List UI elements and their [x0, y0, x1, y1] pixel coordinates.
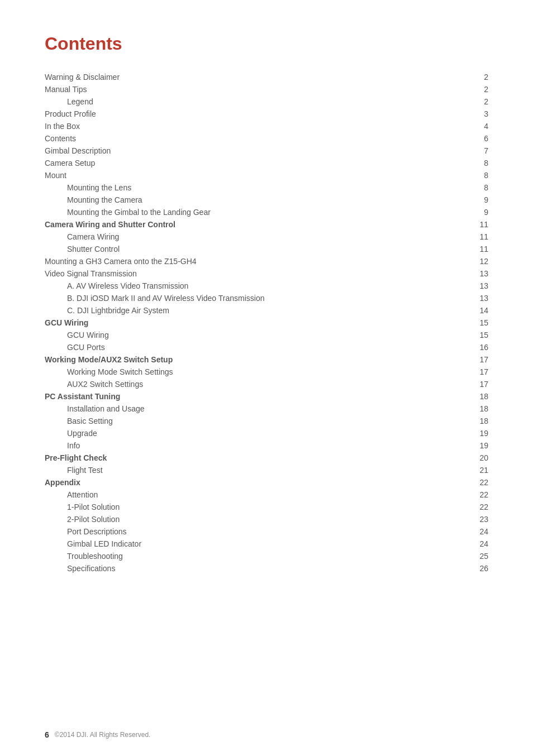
toc-item-page: 11 [466, 218, 488, 231]
toc-item-page: 17 [466, 366, 488, 378]
toc-item-label[interactable]: Manual Tips [45, 83, 466, 95]
toc-item-label[interactable]: Mounting the Lens [45, 181, 466, 194]
toc-row: Camera Wiring and Shutter Control11 [45, 218, 488, 231]
toc-item-label[interactable]: Shutter Control [45, 243, 466, 255]
toc-item-label[interactable]: Gimbal LED Indicator [45, 538, 466, 550]
toc-item-label[interactable]: A. AV Wireless Video Transmission [45, 280, 466, 292]
page-title: Contents [45, 34, 488, 54]
toc-item-page: 6 [466, 132, 488, 145]
toc-row: Mounting the Camera9 [45, 194, 488, 206]
toc-item-label[interactable]: Specifications [45, 562, 466, 575]
toc-item-label[interactable]: Gimbal Description [45, 145, 466, 157]
toc-item-page: 16 [466, 341, 488, 353]
toc-item-page: 2 [466, 83, 488, 95]
toc-item-label[interactable]: Mounting the Camera [45, 194, 466, 206]
toc-row: Troubleshooting25 [45, 550, 488, 562]
toc-item-label[interactable]: Working Mode/AUX2 Switch Setup [45, 353, 466, 366]
toc-item-page: 9 [466, 194, 488, 206]
toc-item-page: 20 [466, 452, 488, 464]
toc-item-label[interactable]: Product Profile [45, 108, 466, 120]
toc-row: Video Signal Transmission13 [45, 267, 488, 280]
toc-item-label[interactable]: Camera Setup [45, 157, 466, 169]
toc-row: B. DJI iOSD Mark II and AV Wireless Vide… [45, 292, 488, 304]
toc-item-label[interactable]: Video Signal Transmission [45, 267, 466, 280]
toc-row: Mounting a GH3 Camera onto the Z15-GH412 [45, 255, 488, 267]
toc-row: A. AV Wireless Video Transmission13 [45, 280, 488, 292]
toc-item-label[interactable]: 2-Pilot Solution [45, 513, 466, 525]
toc-item-label[interactable]: Pre-Flight Check [45, 452, 466, 464]
toc-row: Installation and Usage18 [45, 403, 488, 415]
toc-item-label[interactable]: Attention [45, 489, 466, 501]
toc-item-page: 19 [466, 427, 488, 439]
toc-item-label[interactable]: GCU Ports [45, 341, 466, 353]
toc-item-label[interactable]: Installation and Usage [45, 403, 466, 415]
toc-row: 2-Pilot Solution23 [45, 513, 488, 525]
toc-row: Camera Setup8 [45, 157, 488, 169]
toc-row: Gimbal Description7 [45, 145, 488, 157]
toc-item-page: 13 [466, 280, 488, 292]
toc-table: Warning & Disclaimer2Manual Tips2Legend2… [45, 71, 488, 575]
toc-item-page: 17 [466, 353, 488, 366]
toc-row: Gimbal LED Indicator24 [45, 538, 488, 550]
toc-row: Camera Wiring11 [45, 231, 488, 243]
toc-item-page: 11 [466, 243, 488, 255]
toc-item-label[interactable]: Contents [45, 132, 466, 145]
toc-item-page: 18 [466, 390, 488, 403]
toc-row: Contents6 [45, 132, 488, 145]
toc-item-label[interactable]: Camera Wiring and Shutter Control [45, 218, 466, 231]
toc-item-page: 9 [466, 206, 488, 218]
toc-item-label[interactable]: Working Mode Switch Settings [45, 366, 466, 378]
toc-item-label[interactable]: Camera Wiring [45, 231, 466, 243]
toc-row: Product Profile3 [45, 108, 488, 120]
toc-item-label[interactable]: Mounting a GH3 Camera onto the Z15-GH4 [45, 255, 466, 267]
toc-item-page: 3 [466, 108, 488, 120]
toc-row: Info19 [45, 439, 488, 452]
toc-item-label[interactable]: Legend [45, 95, 466, 108]
toc-item-page: 22 [466, 489, 488, 501]
toc-item-label[interactable]: GCU Wiring [45, 329, 466, 341]
toc-item-label[interactable]: Appendix [45, 476, 466, 489]
toc-item-label[interactable]: In the Box [45, 120, 466, 132]
toc-item-label[interactable]: Troubleshooting [45, 550, 466, 562]
footer-page-number: 6 [45, 730, 49, 739]
toc-row: Working Mode/AUX2 Switch Setup17 [45, 353, 488, 366]
toc-row: Pre-Flight Check20 [45, 452, 488, 464]
footer-copyright: ©2014 DJI. All Rights Reserved. [55, 731, 151, 739]
toc-row: GCU Wiring15 [45, 329, 488, 341]
toc-item-label[interactable]: PC Assistant Tuning [45, 390, 466, 403]
toc-item-label[interactable]: Mounting the Gimbal to the Landing Gear [45, 206, 466, 218]
toc-item-label[interactable]: Upgrade [45, 427, 466, 439]
toc-item-page: 24 [466, 525, 488, 538]
toc-item-page: 25 [466, 550, 488, 562]
toc-row: Upgrade19 [45, 427, 488, 439]
toc-item-page: 8 [466, 157, 488, 169]
toc-item-page: 17 [466, 378, 488, 390]
toc-row: Appendix22 [45, 476, 488, 489]
toc-item-label[interactable]: Port Descriptions [45, 525, 466, 538]
toc-item-label[interactable]: 1-Pilot Solution [45, 501, 466, 513]
toc-item-label[interactable]: Flight Test [45, 464, 466, 476]
toc-item-page: 22 [466, 501, 488, 513]
toc-item-label[interactable]: Basic Setting [45, 415, 466, 427]
toc-row: Shutter Control11 [45, 243, 488, 255]
toc-item-label[interactable]: Info [45, 439, 466, 452]
toc-row: AUX2 Switch Settings17 [45, 378, 488, 390]
toc-row: In the Box4 [45, 120, 488, 132]
toc-item-label[interactable]: GCU Wiring [45, 317, 466, 329]
toc-row: Specifications26 [45, 562, 488, 575]
toc-item-page: 13 [466, 292, 488, 304]
toc-item-label[interactable]: Mount [45, 169, 466, 181]
toc-item-label[interactable]: AUX2 Switch Settings [45, 378, 466, 390]
toc-row: Mounting the Lens8 [45, 181, 488, 194]
toc-item-page: 4 [466, 120, 488, 132]
toc-item-label[interactable]: C. DJI Lightbridge Air System [45, 304, 466, 317]
toc-row: Working Mode Switch Settings17 [45, 366, 488, 378]
toc-item-page: 8 [466, 181, 488, 194]
toc-row: 1-Pilot Solution22 [45, 501, 488, 513]
toc-item-label[interactable]: B. DJI iOSD Mark II and AV Wireless Vide… [45, 292, 466, 304]
toc-item-page: 12 [466, 255, 488, 267]
toc-item-page: 24 [466, 538, 488, 550]
toc-item-page: 8 [466, 169, 488, 181]
toc-row: Flight Test21 [45, 464, 488, 476]
toc-item-label[interactable]: Warning & Disclaimer [45, 71, 466, 83]
